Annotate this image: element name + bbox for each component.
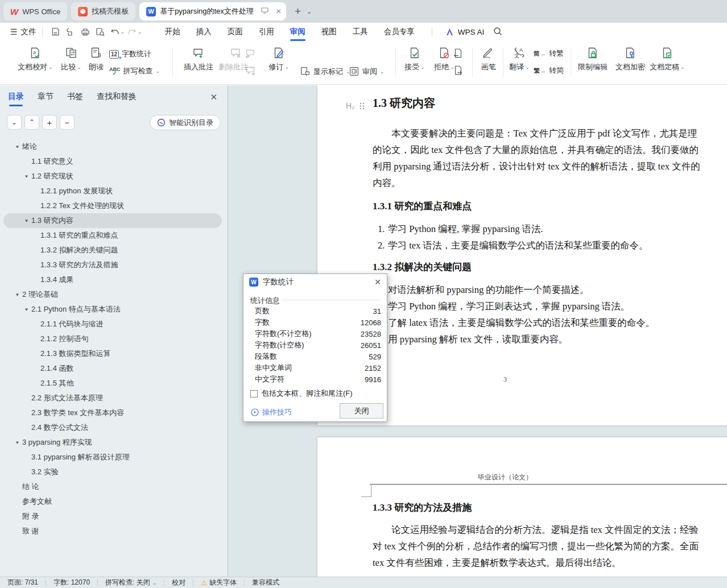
ribbon-tab[interactable]: 插入 [188, 23, 220, 40]
read-aloud-button[interactable]: 朗读 [84, 47, 108, 72]
toc-item[interactable]: ▼ 结 论 [3, 479, 222, 494]
tab-template-store[interactable]: ❶ 找稿壳模板 [71, 2, 135, 20]
tab-document[interactable]: W 基于pyparsing的tex文件处理 ✕ [139, 2, 286, 20]
toc-item[interactable]: ▼ 2.1.4 函数 [3, 361, 222, 376]
ribbon-tab[interactable]: 工具 [345, 23, 376, 40]
toc-item[interactable]: ▼ 2.3 数学类 tex 文件基本内容 [3, 405, 222, 420]
close-dialog-button[interactable]: 关闭 [340, 403, 383, 419]
prev-change-button[interactable] [452, 48, 464, 59]
wps-ai-button[interactable]: WPS AI [446, 28, 485, 36]
sidebar-tab[interactable]: 章节 [38, 92, 53, 106]
sidebar-tab[interactable]: 目录 [8, 92, 24, 106]
sidebar-tab[interactable]: 查找和替换 [97, 92, 137, 106]
toc-item[interactable]: ▼ 1.2.2 Tex 文件处理的现状 [3, 198, 222, 213]
present-mode-icon[interactable] [261, 7, 269, 15]
close-tab-icon[interactable]: ✕ [276, 7, 282, 15]
toc-item[interactable]: ▼ 1.3 研究内容 [3, 213, 222, 228]
next-change-button[interactable] [452, 65, 464, 76]
ribbon-tab[interactable]: 审阅 [282, 23, 313, 40]
toc-expand-arrow[interactable]: ▼ [22, 174, 31, 179]
ribbon-tab[interactable]: 页面 [220, 23, 251, 40]
toc-item[interactable]: ▼ 2 理论基础 [3, 287, 222, 302]
document-page-4[interactable]: 毕业设计（论文） 1.3.3 研究的方法及措施 论文运用经验与逻辑结合的分析方法… [317, 437, 727, 577]
next-comment-button[interactable] [245, 65, 256, 76]
accept-button[interactable]: 接受⌄ [401, 47, 428, 72]
zoom-out-button[interactable]: − [60, 115, 75, 130]
word-count-button[interactable]: 12₊ 字数统计 [109, 49, 151, 59]
show-markup-button[interactable]: 显示标记 ⌄ [300, 66, 350, 77]
to-simplified-button[interactable]: 繁→ 转简 [534, 65, 564, 76]
toc-item[interactable]: ▼ 2.1.3 数据类型和运算 [3, 346, 222, 361]
ribbon-tab[interactable]: 会员专享 [376, 23, 423, 40]
sidebar-close-icon[interactable]: ✕ [210, 92, 217, 102]
doc-proof-button[interactable]: a 文档校对⌄ [17, 47, 53, 72]
status-spellcheck-toggle[interactable]: 拼写检查: 关闭⌄ [98, 579, 164, 586]
main-menu-icon[interactable]: ☰ [10, 27, 18, 36]
toc-item[interactable]: ▼ 2.1.5 其他 [3, 376, 222, 391]
toc-expand-arrow[interactable]: ▼ [13, 292, 22, 297]
output-button[interactable] [63, 26, 78, 38]
dialog-title-bar[interactable]: W 字数统计 [243, 274, 387, 290]
toc-item[interactable]: ▼ 1.2 研究现状 [3, 169, 222, 184]
toc-item[interactable]: ▼ 1.2.1 python 发展现状 [3, 184, 222, 198]
status-proofread-button[interactable]: 校对 [164, 579, 193, 586]
ribbon-tab[interactable]: 视图 [313, 23, 345, 40]
spell-check-button[interactable]: ABC✓ 拼写检查 ⌄ [109, 66, 160, 76]
toc-item[interactable]: ▼ 1.3.2 拟解决的关键问题 [3, 243, 222, 258]
drag-handle-icon[interactable] [360, 102, 365, 110]
toc-item[interactable]: ▼ 1.1 研究意义 [3, 154, 222, 169]
insert-comment-button[interactable]: 插入批注 [182, 47, 215, 72]
print-button[interactable] [78, 26, 93, 38]
tips-link[interactable]: 操作技巧 [251, 407, 292, 417]
ribbon-tab[interactable]: 开始 [157, 23, 188, 40]
zoom-in-button[interactable]: + [42, 115, 57, 130]
toc-item[interactable]: ▼ 2.1.1 代码块与缩进 [3, 317, 222, 332]
toc-item[interactable]: ▼ 1.3.4 成果 [3, 272, 222, 287]
tab-list-chevron-icon[interactable]: ⌄ [307, 8, 312, 15]
undo-chevron-icon[interactable]: ⌄ [121, 29, 125, 35]
compare-button[interactable]: 比较⌄ [58, 47, 84, 72]
toc-expand-arrow[interactable]: ▼ [22, 218, 31, 223]
save-button[interactable] [48, 26, 63, 38]
encrypt-document-button[interactable]: 文档加密 [613, 47, 647, 72]
toc-item[interactable]: ▼ 3.1 pyparsing 解析器设计原理 [3, 450, 222, 465]
print-preview-button[interactable] [93, 26, 108, 38]
toc-item[interactable]: ▼ 3 pyparsing 程序实现 [3, 435, 222, 450]
translate-button[interactable]: A文 翻译⌄ [506, 47, 532, 72]
redo-button[interactable] [125, 26, 139, 38]
track-changes-button[interactable]: 修订⌄ [266, 47, 291, 72]
toc-item[interactable]: ▼ 绪论 [3, 139, 222, 154]
tab-wps-office[interactable]: W WPS Office [3, 2, 67, 20]
checkbox-icon[interactable] [250, 390, 258, 397]
sidebar-tab[interactable]: 书签 [67, 92, 83, 106]
include-footnotes-checkbox[interactable]: 包括文本框、脚注和尾注(F) [250, 388, 353, 399]
heading-level-badge[interactable]: H₂ [346, 101, 365, 110]
dialog-close-icon[interactable]: ✕ [374, 278, 381, 287]
toc-item[interactable]: ▼ 2.1 Python 特点与基本语法 [3, 302, 222, 317]
restrict-editing-button[interactable]: 限制编辑 [576, 47, 610, 72]
toc-expand-arrow[interactable]: ▼ [22, 307, 31, 312]
to-traditional-button[interactable]: 简→ 转繁 [534, 48, 564, 59]
toc-item[interactable]: ▼ 2.4 数学公式文法 [3, 420, 222, 435]
ink-brush-button[interactable]: 画笔 [477, 47, 501, 72]
file-menu[interactable]: 文件 [21, 27, 36, 37]
toc-item[interactable]: ▼ 1.3.1 研究的重点和难点 [3, 228, 222, 243]
toc-item[interactable]: ▼ 致 谢 [3, 524, 222, 539]
new-tab-button[interactable]: + [295, 5, 301, 18]
collapse-all-button[interactable]: ⌄ [7, 115, 22, 130]
finalize-document-button[interactable]: 文档定稿⌄ [648, 47, 686, 72]
expand-all-button[interactable]: ⌃ [24, 115, 39, 130]
toc-expand-arrow[interactable]: ▼ [13, 144, 22, 150]
prev-comment-button[interactable] [245, 48, 256, 59]
toc-item[interactable]: ▼ 参考文献 [3, 494, 222, 509]
toc-item[interactable]: ▼ 1.3.3 研究的方法及措施 [3, 258, 222, 272]
toc-item[interactable]: ▼ 2.2 形式文法基本原理 [3, 391, 222, 405]
smart-toc-button[interactable]: 智能识别目录 [150, 115, 221, 130]
review-pane-button[interactable]: 审阅 ⌄ [349, 66, 385, 77]
toc-item[interactable]: ▼ 3.2 实验 [3, 465, 222, 479]
ribbon-tab[interactable]: 引用 [251, 23, 282, 40]
search-icon[interactable] [493, 27, 502, 38]
toc-item[interactable]: ▼ 2.1.2 控制语句 [3, 332, 222, 346]
toc-expand-arrow[interactable]: ▼ [13, 440, 22, 445]
status-missing-font[interactable]: ⚠缺失字体 [193, 579, 245, 586]
